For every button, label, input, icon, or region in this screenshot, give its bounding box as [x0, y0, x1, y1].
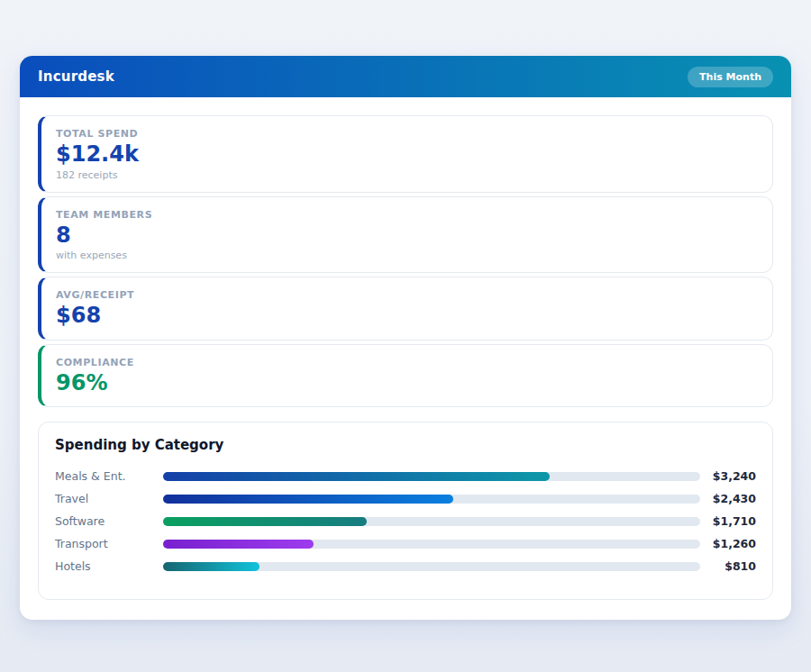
category-value: $1,710: [700, 514, 756, 528]
stat-card-total-spend: TOTAL SPEND $12.4k 182 receipts: [38, 115, 773, 193]
stat-card-compliance: COMPLIANCE 96%: [38, 344, 773, 408]
category-label: Travel: [55, 492, 163, 505]
bar-track: [163, 517, 700, 526]
stat-value: 96%: [56, 371, 758, 396]
chart-row-meals: Meals & Ent. $3,240: [55, 465, 756, 487]
bar-track: [163, 495, 700, 504]
chart-row-software: Software $1,710: [55, 510, 756, 532]
stat-subtext: 182 receipts: [56, 169, 758, 181]
chart-title: Spending by Category: [55, 437, 756, 453]
bar-track: [163, 540, 700, 549]
bar-track: [163, 472, 700, 481]
spending-by-category-chart: Spending by Category Meals & Ent. $3,240…: [38, 422, 773, 600]
chart-row-travel: Travel $2,430: [55, 487, 756, 510]
stat-card-avg-receipt: AVG/RECEIPT $68: [38, 277, 773, 341]
stat-label: COMPLIANCE: [56, 357, 758, 368]
bar-fill: [163, 517, 367, 526]
period-filter-badge[interactable]: This Month: [688, 67, 773, 87]
category-label: Software: [55, 514, 163, 528]
category-label: Transport: [55, 537, 163, 550]
stat-label: AVG/RECEIPT: [56, 289, 758, 301]
stat-label: TEAM MEMBERS: [56, 209, 758, 221]
dashboard-card: Incurdesk This Month TOTAL SPEND $12.4k …: [20, 56, 791, 620]
chart-row-hotels: Hotels $810: [55, 555, 756, 577]
chart-row-transport: Transport $1,260: [55, 532, 756, 555]
bar-fill: [163, 472, 550, 481]
bar-fill: [163, 540, 314, 549]
app-title: Incurdesk: [38, 68, 114, 85]
stat-subtext: with expenses: [56, 250, 758, 261]
bar-fill: [163, 562, 260, 571]
stat-label: TOTAL SPEND: [56, 128, 758, 140]
dashboard-content: TOTAL SPEND $12.4k 182 receipts TEAM MEM…: [20, 97, 791, 620]
stat-value: $12.4k: [56, 142, 758, 168]
category-value: $1,260: [700, 537, 756, 550]
category-value: $810: [700, 559, 756, 573]
stat-card-team-members: TEAM MEMBERS 8 with expenses: [38, 196, 773, 274]
category-label: Hotels: [55, 559, 163, 573]
app-header: Incurdesk This Month: [20, 56, 791, 97]
category-value: $3,240: [700, 469, 756, 483]
bar-fill: [163, 495, 453, 504]
stat-value: $68: [56, 304, 758, 329]
stat-value: 8: [56, 223, 758, 249]
bar-track: [163, 562, 700, 571]
category-value: $2,430: [700, 492, 756, 505]
category-label: Meals & Ent.: [55, 469, 163, 483]
